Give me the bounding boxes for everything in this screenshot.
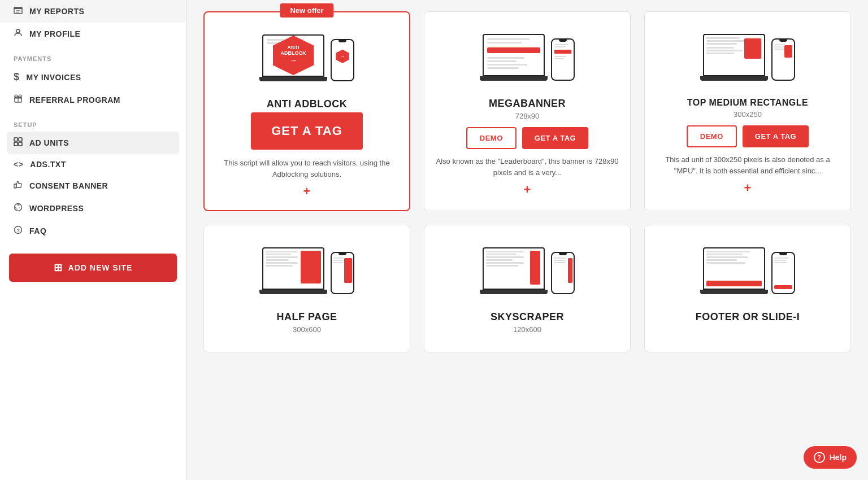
wordpress-icon	[14, 203, 23, 214]
get-tag-button-tmr[interactable]: GET A TAG	[743, 125, 809, 147]
laptop-screen	[483, 34, 545, 76]
sidebar-item-label: CONSENT BANNER	[29, 181, 108, 190]
top-medium-rectangle-image-area	[656, 23, 839, 91]
card-size: 300x600	[293, 325, 321, 334]
svg-rect-9	[19, 138, 22, 141]
card-title: HALF PAGE	[276, 311, 337, 323]
thumbsup-icon	[14, 180, 23, 191]
sidebar-item-ad-units[interactable]: AD UNITS	[7, 132, 179, 154]
sidebar-item-label: MY REPORTS	[29, 7, 84, 16]
gift-icon	[14, 94, 23, 106]
laptop-device: ANTIADBLOCK →	[259, 34, 327, 81]
expand-plus-icon[interactable]: +	[303, 184, 311, 199]
phone-device	[551, 252, 575, 294]
phone-body	[551, 38, 575, 81]
sidebar-item-label: REFERRAL PROGRAM	[29, 95, 120, 104]
phone-device	[771, 38, 795, 81]
card-half-page: HALF PAGE 300x600	[203, 225, 410, 352]
card-description: This ad unit of 300x250 pixels is also d…	[656, 154, 839, 176]
sidebar-item-my-profile[interactable]: MY PROFILE	[0, 23, 186, 45]
demo-button-tmr[interactable]: DEMO	[687, 125, 737, 147]
svg-rect-12	[14, 184, 16, 188]
new-offer-badge: New offer	[280, 3, 333, 18]
phone-device: →	[331, 39, 354, 81]
ad-units-grid: New offer	[203, 11, 851, 352]
svg-rect-1	[14, 7, 22, 9]
laptop-device	[259, 247, 327, 294]
sidebar-item-label: MY INVOICES	[27, 73, 81, 82]
card-megabanner: MEGABANNER 728x90 DEMO GET A TAG Also kn…	[424, 11, 631, 211]
device-mockup-half-page	[259, 247, 354, 294]
laptop-screen	[703, 34, 765, 76]
phone-device	[771, 252, 795, 294]
svg-rect-11	[19, 142, 22, 146]
sidebar-item-label: WORDPRESS	[29, 204, 84, 213]
phone-notch	[559, 40, 567, 42]
device-mockup-tmr	[700, 34, 795, 81]
megabanner-image-area	[436, 23, 619, 91]
footer-slide-image-area	[656, 237, 839, 304]
svg-rect-10	[14, 142, 18, 146]
phone-body: →	[331, 39, 354, 81]
laptop-screen	[703, 247, 765, 290]
sidebar-item-wordpress[interactable]: WORDPRESS	[0, 197, 186, 220]
card-description: Also known as the "Leaderboard", this ba…	[436, 156, 619, 178]
laptop-screen	[262, 247, 324, 290]
expand-plus-icon[interactable]: +	[524, 182, 531, 197]
card-buttons: DEMO GET A TAG	[687, 125, 809, 147]
laptop-device	[700, 247, 768, 294]
laptop-base	[700, 76, 768, 81]
sidebar-item-label: MY PROFILE	[29, 29, 80, 38]
device-mockup-footer-slide	[700, 247, 795, 294]
phone-body	[331, 252, 354, 294]
card-anti-adblock: New offer	[203, 11, 410, 211]
sidebar-item-consent-banner[interactable]: CONSENT BANNER	[0, 174, 186, 197]
sidebar-item-ads-txt[interactable]: <> ADS.TXT	[0, 154, 186, 174]
sidebar-item-my-invoices[interactable]: $ MY INVOICES	[0, 66, 186, 89]
card-size: 300x250	[734, 110, 762, 119]
plus-icon: ⊞	[54, 261, 63, 274]
phone-device	[551, 38, 575, 81]
laptop-device	[480, 247, 548, 294]
sidebar-item-label: AD UNITS	[29, 138, 69, 147]
card-top-medium-rectangle: TOP MEDIUM RECTANGLE 300x250 DEMO GET A …	[644, 11, 851, 211]
svg-rect-8	[14, 138, 18, 141]
payments-section-label: PAYMENTS	[0, 45, 186, 66]
sidebar-item-faq[interactable]: ? FAQ	[0, 220, 186, 242]
device-mockup-skyscraper	[480, 247, 575, 294]
phone-notch	[559, 253, 567, 255]
card-title: MEGABANNER	[489, 98, 566, 110]
laptop-base	[480, 290, 548, 294]
phone-notch	[779, 40, 787, 42]
laptop-device	[700, 34, 768, 81]
laptop-device	[480, 34, 548, 81]
sidebar-item-label: ADS.TXT	[30, 160, 66, 169]
sidebar-item-label: FAQ	[29, 226, 46, 235]
demo-button-megabanner[interactable]: DEMO	[466, 127, 517, 149]
svg-text:?: ?	[17, 228, 20, 233]
phone-device	[331, 252, 354, 294]
add-new-site-button[interactable]: ⊞ ADD NEW SITE	[9, 254, 177, 282]
anti-adblock-image-area: ANTIADBLOCK → →	[216, 24, 398, 91]
card-title: ANTI ADBLOCK	[267, 98, 347, 110]
setup-section-label: SETUP	[0, 111, 186, 132]
get-tag-button-megabanner[interactable]: GET A TAG	[522, 127, 588, 149]
sidebar-item-referral-program[interactable]: REFERRAL PROGRAM	[0, 89, 186, 111]
card-size: 120x600	[513, 325, 541, 334]
device-mockup-anti-adblock: ANTIADBLOCK → →	[259, 34, 354, 81]
skyscraper-image-area	[436, 237, 619, 304]
card-title: FOOTER or SLIDE-I	[696, 311, 800, 323]
get-tag-button-anti-adblock[interactable]: GET A TAG	[251, 112, 363, 150]
phone-notch	[338, 253, 346, 255]
code-icon: <>	[14, 160, 23, 169]
laptop-base	[480, 76, 548, 81]
laptop-screen	[483, 247, 545, 290]
expand-plus-icon[interactable]: +	[744, 181, 752, 195]
half-page-image-area	[215, 237, 398, 304]
ad-units-icon	[14, 137, 23, 149]
device-mockup-megabanner	[480, 34, 575, 81]
card-size: 728x90	[515, 112, 540, 120]
sidebar-item-my-reports[interactable]: MY REPORTS	[0, 0, 186, 23]
help-button[interactable]: ? Help	[804, 446, 857, 469]
svg-point-4	[16, 29, 20, 33]
